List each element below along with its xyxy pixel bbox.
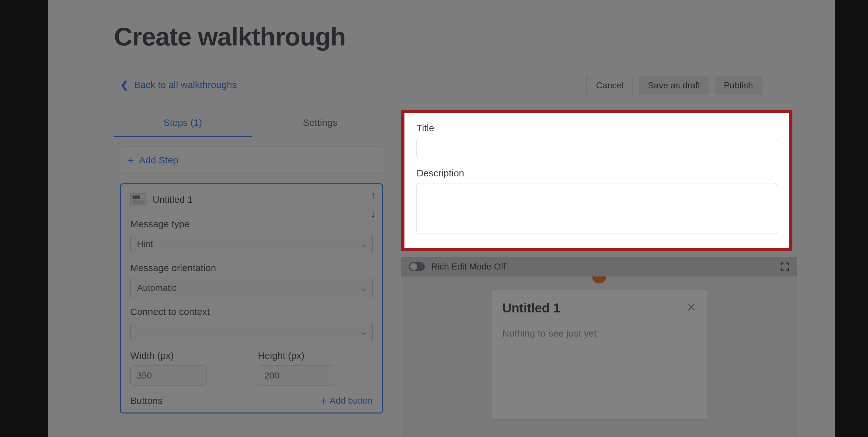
page-title: Create walkthrough [114,22,346,52]
width-value: 350 [137,371,152,381]
plus-icon: + [128,155,134,166]
height-label: Height (px) [258,350,373,361]
rich-edit-toggle[interactable] [409,262,425,271]
width-label: Width (px) [130,350,245,361]
back-to-walkthroughs-link[interactable]: ❮ Back to all walkthroughs [120,79,237,90]
chevron-down-icon: ⌵ [361,327,366,337]
back-link-label: Back to all walkthroughs [134,80,237,90]
step-content-form: Title Description [404,113,789,248]
plus-icon: + [320,396,327,406]
app-viewport: Create walkthrough ❮ Back to all walkthr… [48,0,835,437]
cancel-button[interactable]: Cancel [587,76,633,95]
popover-title: Untitled 1 [502,301,560,315]
title-input[interactable] [416,138,777,158]
step-reorder-arrows: ↑ ↓ [371,190,376,220]
chevron-down-icon: ⌵ [361,283,366,293]
arrow-up-icon[interactable]: ↑ [371,190,376,201]
orientation-select[interactable]: Automatic ⌵ [130,278,373,298]
chevron-left-icon: ❮ [120,79,128,90]
step-type-icon [130,193,146,206]
add-step-button[interactable]: + Add Step [120,147,383,174]
description-textarea[interactable] [416,183,777,234]
orientation-label: Message orientation [130,263,373,273]
action-bar: Cancel Save as draft Publish [587,76,762,95]
close-icon[interactable]: ✕ [687,301,696,314]
message-type-value: Hint [137,239,153,249]
tab-settings[interactable]: Settings [252,110,389,137]
chevron-down-icon: ⌵ [361,239,366,249]
popover-body: Nothing to see just yet [502,328,696,339]
buttons-section-label: Buttons [130,396,163,406]
arrow-down-icon[interactable]: ↓ [371,208,376,220]
preview-popover: Untitled 1 ✕ Nothing to see just yet [491,289,707,419]
add-button-label: Add button [330,396,373,406]
orientation-value: Automatic [137,283,177,293]
preview-area: Untitled 1 ✕ Nothing to see just yet [401,276,797,437]
width-input[interactable]: 350 [130,366,207,386]
add-button-link[interactable]: + Add button [320,396,373,406]
title-field-label: Title [416,123,777,134]
publish-button[interactable]: Publish [715,76,762,95]
step-title: Untitled 1 [153,194,193,205]
context-label: Connect to context [130,307,373,317]
add-step-label: Add Step [139,155,178,166]
height-input[interactable]: 200 [258,366,334,386]
height-value: 200 [265,371,280,381]
tab-steps[interactable]: Steps (1) [114,110,252,137]
save-as-draft-button[interactable]: Save as draft [639,76,709,95]
description-field-label: Description [416,168,777,179]
step-card[interactable]: ↑ ↓ Untitled 1 Message type Hint ⌵ Messa… [120,183,383,413]
rich-edit-bar: Rich Edit Mode Off [401,257,797,276]
message-type-label: Message type [130,218,373,230]
left-panel: Steps (1) Settings + Add Step ↑ ↓ Untitl… [114,110,389,413]
expand-icon[interactable] [780,262,789,271]
panel-tabs: Steps (1) Settings [114,110,389,137]
context-select[interactable]: ⌵ [130,322,373,342]
message-type-select[interactable]: Hint ⌵ [130,234,373,254]
rich-edit-label: Rich Edit Mode Off [431,262,774,272]
